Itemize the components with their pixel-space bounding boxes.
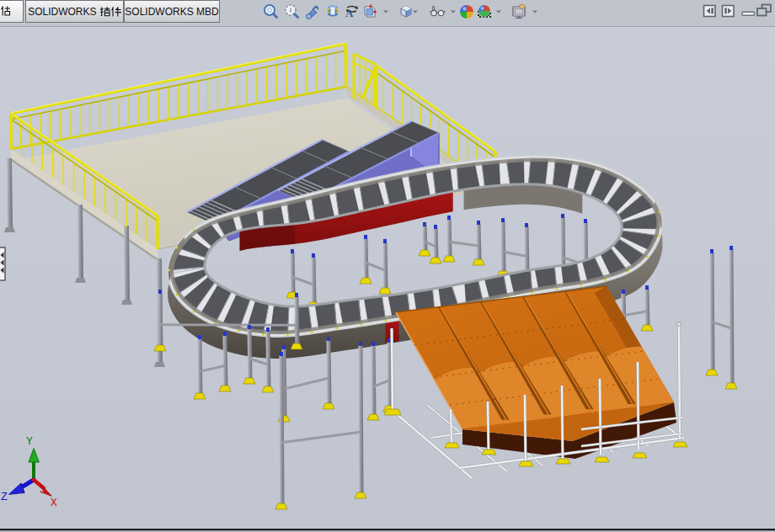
svg-text:6: 6 — [432, 4, 436, 12]
svg-text:Z: Z — [1, 491, 8, 503]
svg-text:X: X — [51, 497, 57, 509]
svg-text:A: A — [345, 7, 354, 19]
svg-text:Y: Y — [26, 435, 33, 448]
